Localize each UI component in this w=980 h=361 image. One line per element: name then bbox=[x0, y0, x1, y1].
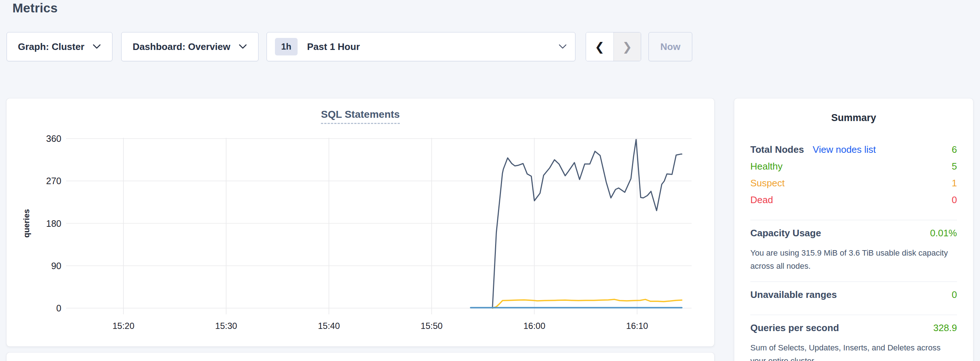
queries-per-second-row: Queries per second 328.9 bbox=[750, 322, 957, 339]
unavailable-ranges-label: Unavailable ranges bbox=[750, 289, 837, 301]
sql-statements-chart-card: SQL Statements 09018027036015:2015:3015:… bbox=[6, 98, 714, 347]
capacity-usage-value: 0.01% bbox=[930, 228, 957, 239]
suspect-value: 1 bbox=[952, 177, 957, 189]
time-range-badge: 1h bbox=[275, 38, 298, 55]
queries-per-second-label: Queries per second bbox=[750, 322, 839, 334]
total-nodes-label: Total Nodes bbox=[750, 144, 804, 155]
x-axis-tick-label: 16:10 bbox=[626, 321, 648, 331]
total-nodes-value: 6 bbox=[952, 144, 957, 155]
queries-per-second-value: 328.9 bbox=[933, 322, 957, 334]
dead-value: 0 bbox=[952, 194, 957, 206]
y-axis-tick-label: 0 bbox=[56, 303, 61, 313]
dead-label: Dead bbox=[750, 194, 773, 206]
suspect-nodes-row: Suspect 1 bbox=[750, 177, 957, 194]
capacity-usage-label: Capacity Usage bbox=[750, 228, 821, 239]
chevron-down-icon bbox=[239, 44, 247, 49]
y-axis-tick-label: 360 bbox=[46, 133, 61, 144]
x-axis-tick-label: 15:40 bbox=[318, 321, 340, 331]
summary-panel: Summary Total Nodes View nodes list 6 He… bbox=[734, 98, 973, 361]
y-axis-label: queries bbox=[22, 209, 31, 238]
queries-per-second-description: Sum of Selects, Updates, Inserts, and De… bbox=[750, 341, 957, 361]
metrics-page: Metrics Graph: Cluster Dashboard: Overvi… bbox=[0, 0, 980, 361]
healthy-value: 5 bbox=[952, 161, 957, 172]
toolbar: Graph: Cluster Dashboard: Overview 1h Pa… bbox=[6, 32, 692, 61]
total-nodes-row: Total Nodes View nodes list 6 bbox=[750, 144, 957, 161]
capacity-usage-description: You are using 315.9 MiB of 3.6 TiB usabl… bbox=[750, 247, 957, 273]
now-button[interactable]: Now bbox=[649, 32, 692, 61]
graph-dropdown-label: Graph: Cluster bbox=[18, 41, 84, 52]
y-axis-tick-label: 270 bbox=[46, 176, 61, 186]
x-axis-tick-label: 15:30 bbox=[215, 321, 237, 331]
chevron-down-icon bbox=[92, 44, 101, 49]
chevron-left-icon: ❮ bbox=[595, 40, 605, 54]
chevron-down-icon bbox=[558, 44, 567, 49]
dashboard-dropdown-label: Dashboard: Overview bbox=[132, 41, 230, 52]
chevron-right-icon: ❯ bbox=[622, 40, 632, 54]
summary-title: Summary bbox=[750, 112, 957, 124]
prev-time-window-button[interactable]: ❮ bbox=[586, 32, 613, 61]
unavailable-ranges-value: 0 bbox=[952, 289, 957, 301]
page-title: Metrics bbox=[13, 1, 58, 15]
series-statements-dark-slate bbox=[493, 140, 682, 308]
unavailable-ranges-row: Unavailable ranges 0 bbox=[750, 289, 957, 306]
time-range-picker[interactable]: 1h Past 1 Hour bbox=[267, 32, 576, 61]
x-axis-tick-label: 15:50 bbox=[421, 321, 442, 331]
healthy-label: Healthy bbox=[750, 161, 783, 172]
time-window-pager: ❮ ❯ bbox=[585, 32, 641, 61]
x-axis-tick-label: 16:00 bbox=[523, 321, 545, 331]
y-axis-tick-label: 90 bbox=[51, 261, 61, 271]
view-nodes-list-link[interactable]: View nodes list bbox=[813, 144, 876, 155]
next-time-window-button[interactable]: ❯ bbox=[613, 32, 641, 61]
next-chart-card-partial bbox=[6, 353, 714, 361]
capacity-usage-row: Capacity Usage 0.01% bbox=[750, 228, 957, 244]
summary-divider bbox=[750, 315, 957, 315]
x-axis-tick-label: 15:20 bbox=[113, 321, 134, 331]
healthy-nodes-row: Healthy 5 bbox=[750, 161, 957, 177]
y-axis-tick-label: 180 bbox=[46, 218, 61, 229]
summary-divider bbox=[750, 220, 957, 220]
dashboard-dropdown[interactable]: Dashboard: Overview bbox=[121, 32, 259, 61]
graph-dropdown[interactable]: Graph: Cluster bbox=[6, 32, 113, 61]
chart-title[interactable]: SQL Statements bbox=[321, 109, 400, 124]
time-range-label: Past 1 Hour bbox=[307, 41, 360, 52]
series-statements-yellow bbox=[493, 299, 682, 308]
suspect-label: Suspect bbox=[750, 177, 785, 189]
summary-divider bbox=[750, 282, 957, 282]
dead-nodes-row: Dead 0 bbox=[750, 194, 957, 211]
sql-statements-chart[interactable]: 09018027036015:2015:3015:4015:5016:0016:… bbox=[6, 98, 714, 347]
chart-title-wrap: SQL Statements bbox=[6, 109, 714, 124]
